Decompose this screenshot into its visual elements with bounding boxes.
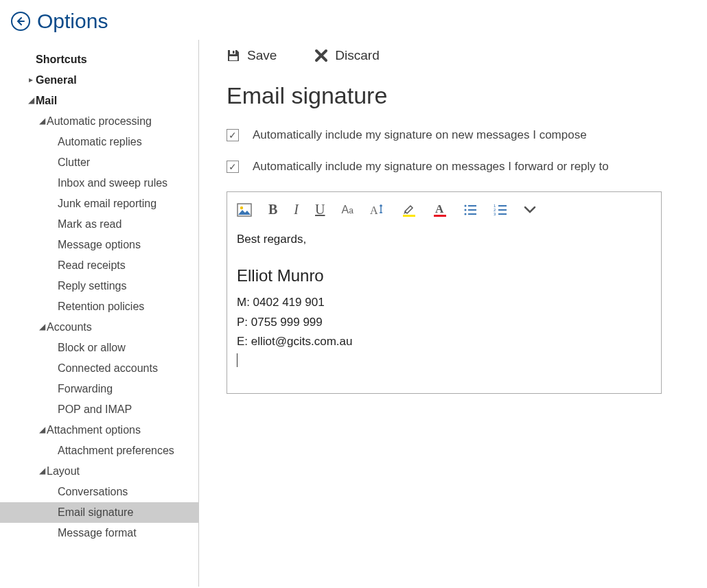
- font-style-button[interactable]: A: [370, 203, 385, 217]
- svg-text:3: 3: [494, 212, 496, 216]
- sidebar-item-automatic-replies[interactable]: Automatic replies: [0, 132, 198, 152]
- sidebar-item-label: Automatic replies: [58, 136, 142, 148]
- main-layout: Shortcuts ▸ General ◢ Mail ◢ Automatic p…: [0, 40, 707, 587]
- insert-image-button[interactable]: [237, 203, 252, 217]
- svg-point-11: [464, 209, 466, 211]
- sidebar-item-label: Conversations: [58, 486, 128, 498]
- underline-button[interactable]: U: [315, 202, 325, 217]
- header-title: Options: [37, 10, 108, 33]
- sidebar-item-clutter[interactable]: Clutter: [0, 152, 198, 173]
- sidebar-item-label: Junk email reporting: [58, 198, 157, 210]
- font-color-icon: A: [433, 202, 447, 217]
- save-button[interactable]: Save: [227, 48, 277, 63]
- italic-button[interactable]: I: [294, 202, 299, 217]
- checkbox-forward-reply[interactable]: ✓: [227, 161, 239, 173]
- sidebar-item-read-receipts[interactable]: Read receipts: [0, 255, 198, 276]
- sidebar-item-attachment-preferences[interactable]: Attachment preferences: [0, 440, 198, 461]
- sidebar-item-label: Message format: [58, 527, 137, 539]
- sidebar-item-label: Reply settings: [58, 280, 127, 292]
- svg-text:A: A: [435, 202, 444, 215]
- sidebar-item-label: Mail: [36, 95, 57, 107]
- sidebar-item-pop-imap[interactable]: POP and IMAP: [0, 399, 198, 420]
- signature-name: Elliot Munro: [237, 262, 651, 290]
- svg-point-4: [240, 206, 243, 209]
- sidebar-item-label: Connected accounts: [58, 362, 158, 375]
- sidebar-item-automatic-processing[interactable]: ◢ Automatic processing: [0, 111, 198, 132]
- sidebar-item-label: Mark as read: [58, 218, 121, 231]
- bullet-list-button[interactable]: [463, 204, 477, 216]
- sidebar-item-conversations[interactable]: Conversations: [0, 482, 198, 502]
- sidebar-item-accounts[interactable]: ◢ Accounts: [0, 317, 198, 338]
- sidebar-item-reply-settings[interactable]: Reply settings: [0, 276, 198, 296]
- sidebar-item-label: General: [36, 74, 77, 86]
- sidebar-item-forwarding[interactable]: Forwarding: [0, 379, 198, 399]
- sidebar-item-message-format[interactable]: Message format: [0, 523, 198, 543]
- signature-textarea[interactable]: Best regards, Elliot Munro M: 0402 419 9…: [227, 226, 661, 393]
- sidebar-item-block-allow[interactable]: Block or allow: [0, 338, 198, 358]
- sidebar-item-message-options[interactable]: Message options: [0, 235, 198, 255]
- sidebar: Shortcuts ▸ General ◢ Mail ◢ Automatic p…: [0, 40, 199, 587]
- discard-button[interactable]: Discard: [314, 48, 379, 63]
- back-arrow-icon: [16, 17, 25, 25]
- image-icon: [237, 203, 252, 217]
- font-style-icon: A: [370, 203, 385, 217]
- chevron-down-icon: [524, 206, 536, 214]
- sidebar-item-connected-accounts[interactable]: Connected accounts: [0, 358, 198, 379]
- underline-icon: U: [315, 202, 325, 217]
- action-bar: Save Discard: [227, 48, 680, 63]
- sidebar-item-mail[interactable]: ◢ Mail: [0, 91, 198, 111]
- svg-point-9: [464, 204, 466, 207]
- bold-button[interactable]: B: [268, 202, 277, 217]
- italic-icon: I: [294, 202, 299, 217]
- caret-down-icon: ◢: [26, 95, 36, 105]
- sidebar-item-attachment-options[interactable]: ◢ Attachment options: [0, 420, 198, 440]
- content-panel: Save Discard Email signature ✓ Automatic…: [199, 40, 707, 587]
- highlight-icon: [402, 202, 417, 217]
- sidebar-item-layout[interactable]: ◢ Layout: [0, 461, 198, 482]
- sidebar-item-general[interactable]: ▸ General: [0, 70, 198, 91]
- sidebar-item-label: Attachment options: [47, 424, 141, 436]
- sidebar-item-label: Retention policies: [58, 301, 144, 313]
- highlight-button[interactable]: [402, 202, 417, 217]
- sidebar-item-label: Message options: [58, 239, 141, 251]
- svg-rect-6: [403, 215, 415, 217]
- sidebar-item-junk-email[interactable]: Junk email reporting: [0, 193, 198, 214]
- signature-mobile: M: 0402 419 901: [237, 293, 651, 313]
- discard-icon: [314, 49, 328, 62]
- number-list-button[interactable]: 1 2 3: [494, 204, 507, 216]
- checkmark-icon: ✓: [229, 162, 237, 172]
- sidebar-item-label: Attachment preferences: [58, 445, 174, 457]
- sidebar-item-retention-policies[interactable]: Retention policies: [0, 296, 198, 317]
- caret-down-icon: ◢: [37, 466, 47, 475]
- sidebar-item-inbox-sweep[interactable]: Inbox and sweep rules: [0, 173, 198, 193]
- svg-rect-8: [434, 215, 446, 217]
- save-icon: [227, 49, 240, 62]
- caret-down-icon: ◢: [37, 322, 47, 331]
- sidebar-item-shortcuts[interactable]: Shortcuts: [0, 49, 198, 70]
- sidebar-item-mark-as-read[interactable]: Mark as read: [0, 214, 198, 235]
- caret-down-icon: ◢: [37, 116, 47, 126]
- svg-text:A: A: [370, 204, 378, 216]
- font-size-icon: Aa: [341, 204, 353, 216]
- sidebar-item-label: Shortcuts: [36, 54, 87, 66]
- sidebar-item-email-signature[interactable]: Email signature: [0, 502, 198, 523]
- caret-down-icon: ◢: [37, 425, 47, 434]
- svg-rect-1: [233, 51, 235, 54]
- signature-editor: B I U Aa A: [227, 191, 662, 394]
- back-button[interactable]: [11, 12, 30, 31]
- checkbox-label: Automatically include my signature on me…: [253, 160, 609, 174]
- sidebar-item-label: Automatic processing: [47, 115, 152, 128]
- svg-point-13: [464, 213, 466, 215]
- font-color-button[interactable]: A: [433, 202, 447, 217]
- save-label: Save: [247, 48, 277, 63]
- sidebar-item-label: Inbox and sweep rules: [58, 177, 167, 189]
- sidebar-item-label: Clutter: [58, 156, 90, 169]
- font-size-button[interactable]: Aa: [341, 204, 353, 216]
- signature-email: E: elliot@gcits.com.au: [237, 332, 651, 352]
- sidebar-item-label: Accounts: [47, 321, 92, 333]
- checkmark-icon: ✓: [229, 130, 237, 140]
- checkbox-forward-reply-row: ✓ Automatically include my signature on …: [227, 160, 680, 174]
- more-options-button[interactable]: [524, 206, 536, 214]
- checkbox-new-messages[interactable]: ✓: [227, 129, 239, 141]
- signature-greeting: Best regards,: [237, 230, 651, 250]
